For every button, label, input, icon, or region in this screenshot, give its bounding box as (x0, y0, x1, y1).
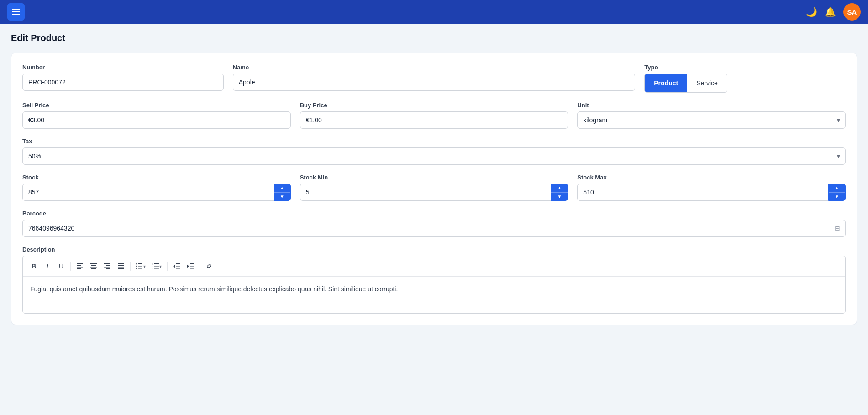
sell-price-input[interactable] (22, 111, 291, 129)
editor-container: B I U (22, 256, 846, 314)
toolbar-sep-1 (70, 262, 71, 271)
svg-rect-30 (176, 266, 180, 267)
svg-rect-15 (118, 268, 124, 269)
number-input[interactable] (22, 74, 224, 91)
indent-increase-icon (187, 263, 194, 269)
bullet-list-button[interactable]: ▾ (133, 260, 148, 273)
topbar: 🌙 🔔 SA (0, 0, 868, 24)
svg-rect-23 (154, 263, 159, 264)
stock-max-increment-button[interactable]: ▲ (829, 184, 845, 193)
align-left-button[interactable] (74, 260, 86, 273)
svg-rect-6 (90, 267, 97, 268)
svg-rect-14 (118, 267, 124, 268)
alignment-group (74, 260, 127, 273)
stock-min-increment-button[interactable]: ▲ (551, 184, 568, 193)
stock-max-spinner-buttons: ▲ ▼ (828, 184, 846, 201)
toolbar-sep-3 (167, 262, 168, 271)
ordered-list-icon: 1.2.3. (152, 263, 159, 269)
svg-rect-27 (154, 268, 159, 269)
svg-rect-31 (176, 268, 180, 269)
indent-decrease-icon (173, 263, 180, 269)
svg-rect-35 (190, 268, 194, 269)
row-barcode: Barcode ⊟ (22, 210, 846, 237)
svg-rect-9 (106, 265, 110, 266)
group-type: Type Product Service (644, 64, 846, 93)
group-stock-max: Stock Max ▲ ▼ (577, 174, 846, 201)
svg-text:3.: 3. (152, 268, 153, 270)
group-buy-price: Buy Price (300, 102, 568, 129)
underline-button[interactable]: U (55, 260, 68, 273)
stock-spinner-buttons: ▲ ▼ (274, 184, 291, 201)
stock-max-spinner: ▲ ▼ (577, 184, 846, 201)
stock-spinner: ▲ ▼ (22, 184, 291, 201)
description-editor[interactable]: Fugiat quis amet quibusdam maiores est h… (23, 277, 845, 313)
unit-select[interactable]: kilogram gram liter piece (577, 111, 846, 129)
svg-rect-2 (77, 267, 83, 268)
barcode-input-wrapper: ⊟ (22, 220, 846, 237)
svg-point-20 (136, 268, 137, 269)
align-right-button[interactable] (101, 260, 114, 273)
theme-toggle-button[interactable]: 🌙 (806, 6, 817, 17)
stock-min-decrement-button[interactable]: ▼ (551, 193, 568, 201)
indent-group (170, 260, 197, 273)
stock-min-spinner: ▲ ▼ (300, 184, 568, 201)
group-number: Number (22, 64, 224, 91)
group-stock-min: Stock Min ▲ ▼ (300, 174, 568, 201)
svg-rect-5 (91, 265, 96, 266)
form-card: Number Name Type Product Service Sell Pr… (11, 53, 857, 325)
description-section: Description B I U (22, 246, 846, 314)
align-left-icon (77, 263, 83, 269)
stock-max-decrement-button[interactable]: ▼ (829, 193, 845, 201)
svg-rect-29 (176, 263, 180, 264)
row-stock: Stock ▲ ▼ Stock Min ▲ ▼ (22, 174, 846, 201)
stock-decrement-button[interactable]: ▼ (274, 193, 290, 201)
tax-label: Tax (22, 138, 846, 145)
row-number-name-type: Number Name Type Product Service (22, 64, 846, 93)
description-label: Description (22, 246, 846, 253)
svg-rect-34 (190, 266, 194, 267)
name-label: Name (233, 64, 636, 71)
toolbar-sep-4 (200, 262, 200, 271)
align-center-button[interactable] (87, 260, 100, 273)
stock-min-input[interactable] (300, 184, 551, 201)
barcode-input[interactable] (22, 220, 846, 237)
notifications-button[interactable]: 🔔 (825, 6, 836, 17)
bullet-list-icon (136, 263, 143, 269)
row-prices-unit: Sell Price Buy Price Unit kilogram gram … (22, 102, 846, 129)
svg-rect-8 (104, 263, 110, 264)
row-tax: Tax 0% 10% 20% 50% (22, 138, 846, 165)
topbar-left (7, 3, 25, 21)
tax-select[interactable]: 0% 10% 20% 50% (22, 147, 846, 165)
indent-increase-button[interactable] (184, 260, 197, 273)
link-button[interactable] (203, 260, 216, 273)
align-right-icon (104, 263, 110, 269)
barcode-label: Barcode (22, 210, 846, 217)
align-justify-button[interactable] (115, 260, 127, 273)
type-label: Type (644, 64, 846, 71)
stock-input[interactable] (22, 184, 274, 201)
svg-rect-4 (90, 263, 97, 264)
stock-increment-button[interactable]: ▲ (274, 184, 290, 193)
menu-button[interactable] (7, 3, 25, 21)
toolbar-sep-2 (130, 262, 131, 271)
type-service-button[interactable]: Service (687, 74, 727, 92)
svg-rect-12 (118, 263, 124, 264)
italic-button[interactable]: I (41, 260, 54, 273)
stock-max-input[interactable] (577, 184, 828, 201)
align-justify-icon (118, 263, 124, 269)
bold-button[interactable]: B (27, 260, 40, 273)
ordered-list-button[interactable]: 1.2.3. ▾ (149, 260, 164, 273)
stock-max-label: Stock Max (577, 174, 846, 181)
svg-rect-17 (138, 263, 142, 264)
type-toggle: Product Service (644, 74, 727, 93)
buy-price-input[interactable] (300, 111, 568, 129)
svg-point-16 (136, 263, 137, 265)
tax-select-wrapper: 0% 10% 20% 50% (22, 147, 846, 165)
type-product-button[interactable]: Product (645, 74, 687, 92)
svg-marker-28 (173, 264, 175, 268)
indent-decrease-button[interactable] (170, 260, 183, 273)
avatar[interactable]: SA (843, 3, 861, 21)
name-input[interactable] (233, 74, 636, 91)
svg-rect-0 (77, 263, 83, 264)
group-name: Name (233, 64, 636, 91)
